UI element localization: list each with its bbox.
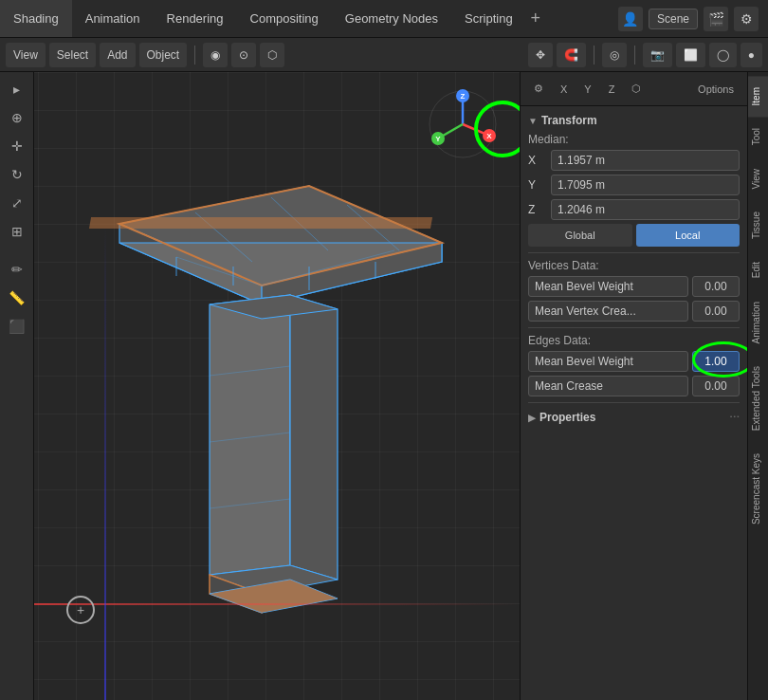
transform-section-header[interactable]: ▼ Transform <box>521 110 747 131</box>
settings-icon[interactable]: ⚙ <box>734 7 759 31</box>
viewport-type-button[interactable]: ⬜ <box>676 43 705 67</box>
viewport[interactable]: ▸ ⊕ ✛ ↻ ⤢ ⊞ ✏ 📏 ⬛ <box>0 72 520 700</box>
tab-screencast-keys[interactable]: Screencast Keys <box>748 442 769 536</box>
transform-button[interactable]: ✥ <box>528 43 553 67</box>
tab-view[interactable]: View <box>748 157 769 201</box>
add-cube-button[interactable]: ⬛ <box>4 313 30 340</box>
render-icon[interactable]: 🎬 <box>704 7 728 31</box>
overlay-button[interactable]: ⊙ <box>231 43 256 67</box>
divider-1 <box>528 252 740 253</box>
edges-mean-bevel-value[interactable]: 1.00 <box>692 351 740 372</box>
right-tabs: Item Tool View Tissue Edit Animation Ext… <box>747 72 768 700</box>
menu-compositing[interactable]: Compositing <box>237 0 332 37</box>
toolbar-separator-3 <box>634 46 635 64</box>
viewport-shading-button[interactable]: ◉ <box>203 43 228 67</box>
vertices-data-label: Vertices Data: <box>521 257 747 274</box>
transform-arrow: ▼ <box>528 116 538 126</box>
x-input[interactable]: 1.1957 m <box>551 150 740 171</box>
menu-scripting[interactable]: Scripting <box>451 0 526 37</box>
xray-icon: ⬡ <box>267 48 277 62</box>
shading-type-icon: ● <box>748 48 755 62</box>
z-field-label: Z <box>528 203 547 216</box>
edges-mean-bevel-label[interactable]: Mean Bevel Weight <box>528 351 688 372</box>
x-axis-button[interactable]: X <box>553 77 575 101</box>
panel-content: ▼ Transform Median: X 1.1957 m Y 1.7095 <box>521 106 747 700</box>
tab-tool[interactable]: Tool <box>748 117 769 157</box>
local-button[interactable]: Local <box>636 224 741 247</box>
menu-shading[interactable]: Shading <box>0 0 72 37</box>
svg-marker-12 <box>210 295 290 575</box>
cursor-tool-button[interactable]: ⊕ <box>4 104 30 131</box>
select-tool-button[interactable]: ▸ <box>4 76 30 102</box>
tab-item[interactable]: Item <box>748 76 769 117</box>
svg-text:Z: Z <box>461 92 466 101</box>
xray-button[interactable]: ⬡ <box>260 43 284 67</box>
measure-button[interactable]: 📏 <box>4 285 30 311</box>
transform-tool-button[interactable]: ⊞ <box>4 218 30 245</box>
scale-tool-button[interactable]: ⤢ <box>4 190 30 216</box>
overlay-icon: ⊙ <box>239 48 248 62</box>
y-field-label: Y <box>528 178 547 192</box>
edges-mean-crease-row: Mean Crease 0.00 <box>521 374 747 398</box>
view-menu-button[interactable]: View <box>6 43 46 67</box>
tab-edit[interactable]: Edit <box>748 250 769 289</box>
second-toolbar: View Select Add Object ◉ ⊙ ⬡ ✥ 🧲 ◎ 📷 ⬜ ◯… <box>0 38 768 72</box>
proportional-edit-button[interactable]: ◎ <box>602 43 627 67</box>
tab-extended-tools[interactable]: Extended Tools <box>748 355 769 442</box>
menu-geometry-nodes[interactable]: Geometry Nodes <box>332 0 451 37</box>
vertices-mean-crease-row: Mean Vertex Crea... 0.00 <box>521 299 747 323</box>
snap-icon: 🧲 <box>564 48 578 62</box>
annotate-button[interactable]: ✏ <box>4 256 30 283</box>
scene-selector[interactable]: Scene <box>649 9 698 29</box>
camera-icon: 📷 <box>650 48 665 62</box>
z-axis-button[interactable]: Z <box>601 77 623 101</box>
y-axis-button[interactable]: Y <box>576 77 598 101</box>
vertices-mean-crease-label[interactable]: Mean Vertex Crea... <box>528 301 688 322</box>
select-menu-button[interactable]: Select <box>49 43 96 67</box>
add-menu-button[interactable]: Add <box>100 43 135 67</box>
vertices-mean-bevel-value[interactable]: 0.00 <box>692 276 740 297</box>
toolbar-separator-2 <box>594 46 594 64</box>
properties-section-header[interactable]: ▶ Properties ⋯ <box>521 407 747 428</box>
global-button[interactable]: Global <box>528 224 632 247</box>
move-tool-button[interactable]: ✛ <box>4 133 30 159</box>
z-input[interactable]: 1.2046 m <box>551 199 740 220</box>
shading-icon: ◉ <box>210 48 220 62</box>
add-workspace-button[interactable]: + <box>526 9 545 28</box>
3d-model-svg <box>34 110 480 660</box>
viewport-icon: ⬜ <box>684 48 698 62</box>
edges-mean-crease-label[interactable]: Mean Crease <box>528 376 688 396</box>
shading-type-button[interactable]: ● <box>741 43 762 67</box>
menu-rendering[interactable]: Rendering <box>154 0 237 37</box>
properties-dots: ⋯ <box>729 412 740 424</box>
camera-view-button[interactable]: 📷 <box>643 43 672 67</box>
edges-mean-crease-value[interactable]: 0.00 <box>692 376 740 396</box>
right-panel: ⚙ X Y Z ⬡ Options ▼ Transform Median: <box>520 72 747 700</box>
properties-arrow: ▶ <box>528 413 536 423</box>
vertices-mean-crease-value[interactable]: 0.00 <box>692 301 740 322</box>
x-field-row: X 1.1957 m <box>521 148 747 173</box>
tab-tissue[interactable]: Tissue <box>748 200 769 250</box>
gizmo-svg: Z X Y <box>425 86 501 162</box>
y-input[interactable]: 1.7095 m <box>551 175 740 195</box>
transform-icon: ✥ <box>536 48 545 62</box>
y-field-row: Y 1.7095 m <box>521 173 747 197</box>
x-value: 1.1957 m <box>558 154 605 167</box>
options-button[interactable]: Options <box>690 77 741 101</box>
edges-mean-bevel-row: Mean Bevel Weight 1.00 <box>521 349 747 374</box>
z-field-row: Z 1.2046 m <box>521 197 747 222</box>
top-menubar: Shading Animation Rendering Compositing … <box>0 0 768 38</box>
menu-animation[interactable]: Animation <box>72 0 154 37</box>
vertices-mean-bevel-label[interactable]: Mean Bevel Weight <box>528 276 688 297</box>
snap-button[interactable]: 🧲 <box>557 43 586 67</box>
object-menu-button[interactable]: Object <box>139 43 188 67</box>
user-icon[interactable]: 👤 <box>618 7 643 31</box>
tab-animation[interactable]: Animation <box>748 290 769 355</box>
display-mode-button[interactable]: ◯ <box>709 43 737 67</box>
origin-indicator: + <box>66 596 95 624</box>
rotate-tool-button[interactable]: ↻ <box>4 161 30 188</box>
panel-icon-button[interactable]: ⚙ <box>526 77 551 101</box>
xyz-buttons: ⚙ X Y Z ⬡ <box>526 77 649 101</box>
global-local-icon[interactable]: ⬡ <box>624 77 649 101</box>
svg-text:X: X <box>486 132 492 140</box>
